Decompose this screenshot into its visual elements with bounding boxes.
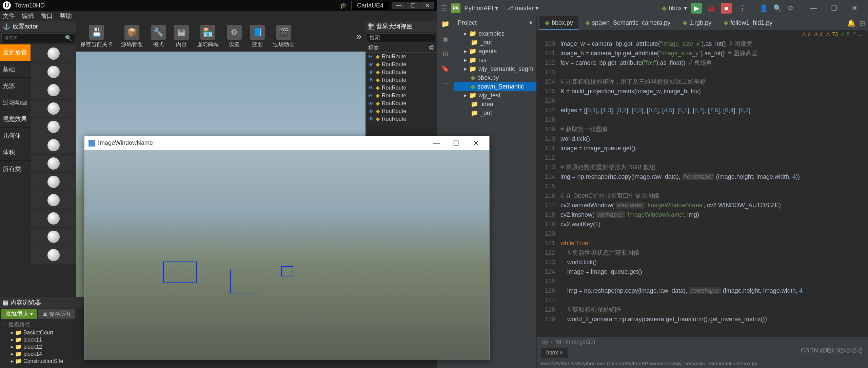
toolbar-button[interactable]: 📘蓝图: [250, 25, 265, 48]
maximize-button[interactable]: ☐: [406, 2, 420, 9]
more-tool-icon[interactable]: ⋯: [440, 79, 450, 88]
actor-item[interactable]: [31, 155, 76, 172]
toolbar-button[interactable]: ⚙设置: [227, 25, 242, 48]
menu-item[interactable]: 窗口: [41, 12, 53, 20]
tree-item[interactable]: ▸ 📁 agents: [454, 47, 536, 56]
grad-cap-icon[interactable]: 🎓: [340, 2, 347, 9]
outliner-row[interactable]: 👁◆RouRoute: [366, 60, 437, 68]
run-config-selector[interactable]: ◆bbox ▾: [662, 4, 687, 12]
search-class-input[interactable]: 🔍: [1, 33, 75, 43]
outliner-row[interactable]: 👁◆RouRoute: [366, 115, 437, 123]
tree-item[interactable]: ▸ 📁 wjy_test: [454, 91, 536, 100]
editor-tab[interactable]: ◆follow1_hld1.py: [718, 16, 778, 30]
toolbar-button[interactable]: 🎬过场动画: [273, 25, 295, 48]
outliner-row[interactable]: 👁◆RouRoute: [366, 99, 437, 107]
tree-item[interactable]: ▸ 📁 examples: [454, 29, 536, 38]
warning-badge[interactable]: ⚠ 73: [826, 31, 838, 38]
save-all-button[interactable]: 🖫 保存所有: [38, 309, 75, 319]
collapse-icon[interactable]: ⊟: [860, 19, 865, 27]
actor-item[interactable]: [31, 228, 76, 246]
actor-item[interactable]: [31, 81, 76, 99]
actor-item[interactable]: [31, 100, 76, 117]
image-window[interactable]: ImageWindowName — ☐ ✕: [84, 136, 490, 360]
tree-item[interactable]: ◆ bbox.py: [454, 73, 536, 82]
tree-item[interactable]: 📁 _out: [454, 38, 536, 47]
maximize-button[interactable]: ☐: [825, 1, 844, 15]
toolbar-button[interactable]: 💾保存当前关卡: [80, 25, 113, 48]
stop-button[interactable]: ■: [721, 3, 732, 14]
outliner-row[interactable]: 👁◆RouRoute: [366, 76, 437, 84]
more-button[interactable]: ⋮: [736, 4, 749, 13]
category-tab[interactable]: 过场动画: [0, 94, 31, 111]
actor-item[interactable]: [31, 210, 76, 227]
project-badge: PA: [451, 3, 460, 13]
actor-item[interactable]: [31, 63, 76, 81]
add-import-button[interactable]: 添加/导入 ▾: [1, 309, 37, 319]
outliner-row[interactable]: 👁◆RouRoute: [366, 84, 437, 92]
category-tab[interactable]: 光源: [0, 78, 31, 94]
actor-item[interactable]: [31, 118, 76, 136]
editor-tab[interactable]: ◆bbox.py: [539, 16, 578, 30]
toolbar-button[interactable]: 🏪虚幻商城: [197, 25, 219, 48]
close-button[interactable]: ✕: [420, 2, 434, 9]
outliner-row[interactable]: 👁◆RouRoute: [366, 68, 437, 76]
category-tab[interactable]: 视觉效果: [0, 111, 31, 128]
outliner-search[interactable]: 搜索...: [367, 33, 435, 42]
breadcrumb[interactable]: try›for i in range(20): [537, 337, 868, 347]
structure-tool-icon[interactable]: ⊞: [440, 49, 450, 58]
commit-tool-icon[interactable]: ◉: [440, 34, 450, 43]
actor-item[interactable]: [31, 173, 76, 191]
actor-item[interactable]: [31, 136, 76, 154]
category-tab[interactable]: 所有类: [0, 161, 31, 177]
minimize-button[interactable]: —: [392, 2, 406, 9]
expand-toolbar-icon[interactable]: »: [356, 31, 361, 42]
settings-icon[interactable]: ⚙: [787, 4, 793, 12]
category-tab[interactable]: 最近放置: [0, 44, 31, 61]
project-panel-header[interactable]: Project▾: [454, 16, 536, 29]
run-button[interactable]: ▶: [691, 3, 702, 14]
close-button[interactable]: ✕: [845, 1, 864, 15]
actor-item[interactable]: [31, 191, 76, 209]
minimize-button[interactable]: —: [427, 137, 446, 150]
category-tab[interactable]: 基础: [0, 61, 31, 78]
detection-bbox: [281, 266, 293, 276]
tree-item[interactable]: 📁 _out: [454, 109, 536, 117]
menu-item[interactable]: 帮助: [60, 12, 72, 20]
toolbar-button[interactable]: 📦源码管理: [121, 25, 143, 48]
menu-item[interactable]: 编辑: [22, 12, 34, 20]
search-icon[interactable]: 🔍: [773, 4, 782, 12]
toolbar-button[interactable]: 🔧模式: [151, 25, 166, 48]
tree-item[interactable]: ▸ 📁 rss: [454, 56, 536, 64]
outliner-row[interactable]: 👁◆RouRoute: [366, 53, 437, 60]
category-tab[interactable]: 体积: [0, 144, 31, 161]
run-tab[interactable]: bbox ×: [541, 348, 568, 358]
main-menu-icon[interactable]: ☰: [441, 4, 447, 12]
maximize-button[interactable]: ☐: [447, 137, 466, 150]
menu-item[interactable]: 文件: [3, 12, 15, 20]
editor-tab[interactable]: ◆1.rgb.py: [677, 16, 717, 30]
minimize-button[interactable]: —: [804, 1, 823, 15]
col-type[interactable]: 类: [429, 44, 434, 52]
outliner-row[interactable]: 👁◆RouRoute: [366, 92, 437, 99]
notifications-icon[interactable]: 🔔: [847, 19, 855, 27]
col-label[interactable]: 标签: [368, 44, 429, 52]
outliner-row[interactable]: 👁◆RouRoute: [366, 107, 437, 115]
toolbar-button[interactable]: ▦内容: [174, 25, 189, 48]
editor-tab[interactable]: ◆spawn_Semantic_camera.py: [580, 16, 676, 30]
warning-badge[interactable]: ⚠ 4: [802, 31, 811, 38]
category-tab[interactable]: 几何体: [0, 128, 31, 144]
git-branch[interactable]: ⎇ master ▾: [506, 4, 538, 12]
close-button[interactable]: ✕: [466, 137, 485, 150]
tree-item[interactable]: 📁 .idea: [454, 100, 536, 109]
actor-item[interactable]: [31, 246, 76, 264]
folder-tool-icon[interactable]: 📁: [440, 19, 450, 28]
user-icon[interactable]: 👤: [760, 4, 768, 12]
bookmarks-tool-icon[interactable]: 🔖: [440, 64, 450, 73]
ok-badge[interactable]: ✓ 5: [841, 31, 849, 38]
tree-item[interactable]: ▸ 📁 wjy_semantic_segm: [454, 64, 536, 73]
warning-badge[interactable]: ⚠ 4: [814, 31, 823, 38]
actor-item[interactable]: [31, 45, 76, 62]
project-name[interactable]: PythonAPI ▾: [465, 4, 498, 12]
debug-button[interactable]: 🐞: [706, 3, 717, 14]
tree-item[interactable]: ◆ spawn_Semantic: [454, 82, 536, 91]
